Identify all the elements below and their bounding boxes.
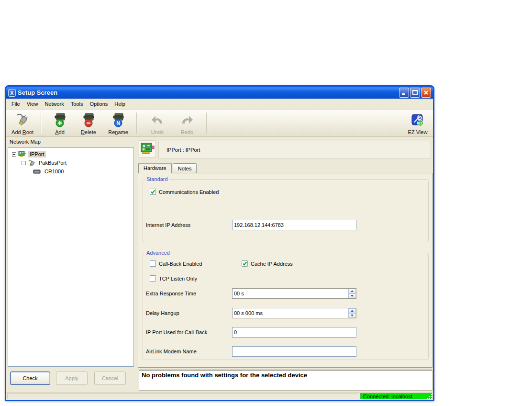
tab-hardware[interactable]: Hardware: [138, 163, 172, 173]
device-settings-panel: IPPort : IPPort Hardware Notes Standard …: [137, 137, 433, 392]
cache-ip-address-row: Cache IP Address: [242, 260, 293, 267]
arrow-down-icon: [351, 315, 354, 316]
device-header: IPPort : IPPort: [158, 141, 431, 159]
internet-ip-address-input[interactable]: [232, 220, 356, 230]
cache-ip-address-checkbox[interactable]: [242, 260, 248, 267]
call-back-enabled-label: Call-Back Enabled: [159, 261, 202, 267]
minimize-button[interactable]: [399, 88, 409, 98]
cancel-button[interactable]: Cancel: [94, 372, 126, 385]
extra-response-time-input[interactable]: [232, 288, 356, 299]
add-card-plus-icon: [53, 111, 67, 129]
toolbar-separator: [206, 113, 207, 134]
tab-notes[interactable]: Notes: [173, 163, 197, 173]
network-card-icon: [140, 142, 155, 156]
add-root-button[interactable]: Add Root: [7, 111, 38, 135]
validation-message: No problems found with settings for the …: [139, 370, 432, 391]
spin-up-button[interactable]: [348, 289, 356, 293]
datalogger-icon: [33, 169, 41, 174]
airlink-modem-name-input[interactable]: [232, 346, 356, 357]
check-button[interactable]: Check: [10, 372, 50, 385]
tree-item-cr1000[interactable]: CR1000: [8, 167, 133, 176]
setup-screen-window: X Setup Screen File View Network Tools O…: [5, 85, 434, 401]
device-header-label: IPPort : IPPort: [166, 147, 200, 153]
ez-view-icon: EZ: [411, 111, 424, 129]
close-icon: [423, 90, 429, 95]
tree-item-label[interactable]: IPPort: [28, 151, 46, 158]
apply-button[interactable]: Apply: [56, 372, 88, 385]
undo-button[interactable]: Undo: [144, 111, 171, 135]
delete-card-minus-icon: [81, 111, 96, 129]
network-tree[interactable]: IPPort PakBusPort: [8, 147, 134, 367]
standard-legend: Standard: [145, 176, 169, 182]
toolbar-separator: [136, 113, 137, 134]
rename-card-n-icon: N: [111, 111, 125, 129]
spin-down-button[interactable]: [348, 293, 356, 298]
communications-enabled-checkbox[interactable]: [150, 189, 156, 195]
delay-hangup-label: Delay Hangup: [146, 310, 179, 316]
window-title: Setup Screen: [18, 89, 399, 96]
svg-text:N: N: [116, 121, 120, 126]
network-card-icon: [18, 151, 26, 158]
extra-response-time-label: Extra Response Time: [146, 291, 196, 296]
collapse-icon[interactable]: [12, 152, 16, 157]
tree-item-pakbusport[interactable]: PakBusPort: [8, 158, 133, 167]
app-icon: X: [8, 89, 16, 97]
menu-tools[interactable]: Tools: [67, 100, 87, 108]
toolbar: Add Root Add: [6, 110, 433, 137]
tcp-listen-only-row: TCP Listen Only: [150, 275, 197, 282]
menu-view[interactable]: View: [23, 100, 42, 108]
ez-view-button[interactable]: EZ EZ View: [404, 111, 431, 135]
svg-text:EZ: EZ: [418, 122, 423, 125]
delay-hangup-input[interactable]: [232, 308, 356, 318]
arrow-up-icon: [351, 310, 354, 312]
tab-strip: Hardware Notes: [138, 163, 198, 173]
collapse-icon[interactable]: [22, 161, 26, 165]
call-back-enabled-checkbox[interactable]: [150, 260, 156, 267]
tree-item-label[interactable]: CR1000: [43, 168, 65, 175]
ip-port-call-back-label: IP Port Used for Call-Back: [146, 329, 207, 335]
tree-item-label[interactable]: PakBusPort: [37, 159, 68, 166]
status-bar: Connected: localhost: [6, 392, 433, 400]
toolbar-separator: [41, 113, 42, 134]
network-map-title: Network Map: [10, 139, 41, 145]
title-bar[interactable]: X Setup Screen: [6, 87, 433, 99]
tree-item-ipport[interactable]: IPPort: [8, 150, 133, 158]
maximize-button[interactable]: [410, 88, 420, 98]
menu-network[interactable]: Network: [41, 100, 67, 108]
ip-port-call-back-input[interactable]: [232, 327, 356, 338]
main-content: Network Map IPPort: [6, 137, 433, 392]
arrow-up-icon: [351, 290, 354, 292]
tcp-listen-only-checkbox[interactable]: [150, 275, 156, 282]
resize-grip-icon[interactable]: [427, 394, 432, 399]
delete-button[interactable]: Delete: [75, 111, 102, 135]
call-back-enabled-row: Call-Back Enabled: [150, 260, 202, 267]
redo-button[interactable]: Redo: [174, 111, 200, 135]
menu-options[interactable]: Options: [86, 100, 111, 108]
add-root-plug-icon: [15, 111, 30, 129]
close-button[interactable]: [421, 88, 431, 98]
check-icon: [150, 189, 155, 194]
advanced-legend: Advanced: [145, 250, 171, 256]
menu-help[interactable]: Help: [111, 100, 129, 108]
spin-down-button[interactable]: [348, 313, 356, 318]
menu-bar: File View Network Tools Options Help: [6, 99, 433, 110]
hardware-tab-page: Standard Communications Enabled Internet…: [138, 173, 432, 368]
internet-ip-address-label: Internet IP Address: [146, 222, 190, 228]
plug-icon: [28, 159, 35, 166]
undo-icon: [151, 111, 164, 129]
check-icon: [242, 261, 247, 266]
delay-hangup-spinner: [232, 308, 356, 318]
minimize-icon: [401, 90, 407, 95]
tcp-listen-only-label: TCP Listen Only: [159, 276, 197, 282]
status-panel-empty: [7, 393, 358, 399]
rename-button[interactable]: N Rename: [104, 111, 133, 135]
device-icon-box: [139, 140, 156, 158]
extra-response-time-spinner: [232, 288, 356, 299]
network-map-panel: Network Map IPPort: [6, 137, 135, 392]
add-button[interactable]: Add: [47, 111, 72, 135]
menu-file[interactable]: File: [8, 100, 23, 108]
redo-icon: [180, 111, 194, 129]
cache-ip-address-label: Cache IP Address: [251, 261, 293, 267]
maximize-icon: [412, 90, 418, 95]
spin-up-button[interactable]: [348, 308, 356, 313]
